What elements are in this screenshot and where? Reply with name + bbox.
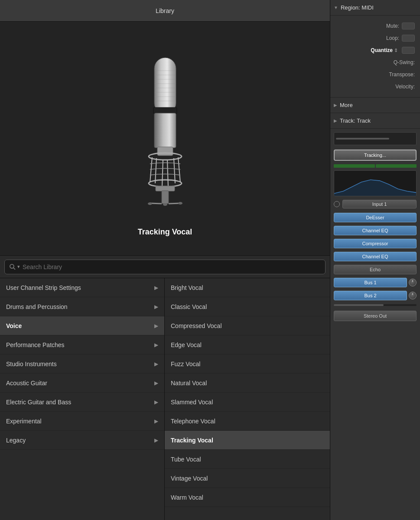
svg-point-27 — [10, 264, 14, 268]
preset-label: Vintage Vocal — [171, 475, 208, 482]
bus2-button[interactable]: Bus 2 — [334, 291, 407, 300]
left-panel: Library — [0, 0, 330, 520]
library-header: Library — [0, 0, 330, 22]
mic-image — [117, 40, 213, 222]
preset-item-edge-vocal[interactable]: Edge Vocal — [165, 335, 330, 354]
preset-item-tube-vocal[interactable]: Tube Vocal — [165, 450, 330, 469]
loop-row: Loop: — [334, 32, 417, 44]
stereo-out-button[interactable]: Stereo Out — [334, 311, 417, 321]
category-item-experimental[interactable]: Experimental▶ — [0, 412, 164, 431]
preset-label: Warm Vocal — [171, 494, 203, 501]
category-item-electric-guitar-bass[interactable]: Electric Guitar and Bass▶ — [0, 393, 164, 412]
bus2-row: Bus 2 — [334, 290, 417, 301]
svg-line-19 — [178, 157, 180, 182]
category-label: Drums and Percussion — [6, 303, 154, 310]
region-triangle-icon[interactable]: ▼ — [334, 5, 338, 10]
category-item-drums-percussion[interactable]: Drums and Percussion▶ — [0, 297, 164, 316]
input-button[interactable]: Input 1 — [342, 200, 417, 208]
category-label: Electric Guitar and Bass — [6, 399, 154, 406]
tracking-button[interactable]: Tracking... — [334, 150, 417, 161]
preset-item-vintage-vocal[interactable]: Vintage Vocal — [165, 469, 330, 488]
svg-rect-9 — [153, 107, 177, 114]
svg-line-15 — [155, 158, 156, 183]
fader-fill — [336, 138, 389, 140]
channel-eq1-button[interactable]: Channel EQ — [334, 226, 417, 235]
input-indicator[interactable] — [334, 201, 340, 207]
svg-rect-10 — [154, 113, 176, 148]
category-item-user-channel-strip[interactable]: User Channel Strip Settings▶ — [0, 278, 164, 297]
bus1-button[interactable]: Bus 1 — [334, 278, 407, 287]
quantize-control[interactable] — [402, 47, 415, 54]
chevron-right-icon: ▶ — [154, 342, 158, 348]
svg-line-17 — [167, 160, 168, 187]
transpose-row: Transpose: — [334, 68, 417, 81]
search-input-wrapper[interactable]: ▾ — [4, 260, 326, 274]
category-label: Studio Instruments — [6, 361, 154, 367]
preset-item-tracking-vocal[interactable]: Tracking Vocal — [165, 431, 330, 450]
library-title: Library — [156, 7, 174, 14]
bus1-knob[interactable] — [409, 279, 417, 286]
fader-track[interactable] — [336, 138, 412, 140]
chevron-right-icon: ▶ — [154, 285, 158, 291]
bus1-row: Bus 1 — [334, 277, 417, 288]
channel-strip-area: Tracking... Input 1 DeEsser Channel EQ C… — [330, 129, 420, 520]
svg-rect-0 — [154, 58, 176, 114]
preset-label: Tube Vocal — [171, 456, 201, 463]
inspector-section: Mute: Loop: Quantize ⇕ Q-Swing: Transpos… — [330, 16, 420, 98]
preset-item-telephone-vocal[interactable]: Telephone Vocal — [165, 412, 330, 431]
chevron-right-icon: ▶ — [154, 323, 158, 329]
search-input[interactable] — [23, 263, 321, 270]
preset-item-warm-vocal[interactable]: Warm Vocal — [165, 488, 330, 507]
category-item-voice[interactable]: Voice▶ — [0, 316, 164, 335]
velocity-label: Velocity: — [335, 84, 415, 90]
more-label: More — [340, 102, 353, 108]
transpose-label: Transpose: — [335, 72, 415, 78]
track-row[interactable]: ▶ Track: Track — [330, 113, 420, 129]
deesser-button[interactable]: DeEsser — [334, 213, 417, 222]
preset-label: Natural Vocal — [171, 380, 207, 387]
preset-label: Compressed Vocal — [171, 322, 222, 329]
svg-point-26 — [163, 203, 167, 206]
more-triangle-icon[interactable]: ▶ — [334, 103, 337, 107]
preset-item-bright-vocal[interactable]: Bright Vocal — [165, 278, 330, 297]
svg-rect-11 — [157, 147, 173, 156]
loop-label: Loop: — [335, 35, 399, 41]
chevron-right-icon: ▶ — [154, 399, 158, 405]
loop-control[interactable] — [402, 35, 415, 42]
preset-item-natural-vocal[interactable]: Natural Vocal — [165, 374, 330, 393]
category-label: Legacy — [6, 437, 154, 444]
svg-rect-21 — [162, 191, 169, 204]
search-dropdown-arrow[interactable]: ▾ — [17, 264, 20, 270]
preset-item-compressed-vocal[interactable]: Compressed Vocal — [165, 316, 330, 335]
qswing-row: Q-Swing: — [334, 56, 417, 68]
category-item-legacy[interactable]: Legacy▶ — [0, 431, 164, 450]
mute-control[interactable] — [402, 23, 415, 29]
category-label: Experimental — [6, 418, 154, 425]
eq-display[interactable] — [334, 170, 417, 196]
category-item-studio-instruments[interactable]: Studio Instruments▶ — [0, 354, 164, 374]
fader-area[interactable] — [334, 132, 417, 145]
category-item-acoustic-guitar[interactable]: Acoustic Guitar▶ — [0, 374, 164, 393]
preset-item-classic-vocal[interactable]: Classic Vocal — [165, 297, 330, 316]
more-row[interactable]: ▶ More — [330, 98, 420, 113]
category-item-performance-patches[interactable]: Performance Patches▶ — [0, 335, 164, 354]
sends-fader[interactable] — [334, 304, 417, 306]
search-icon — [9, 263, 16, 270]
track-label: Track: Track — [340, 117, 371, 124]
preset-item-fuzz-vocal[interactable]: Fuzz Vocal — [165, 354, 330, 374]
preset-label: Slammed Vocal — [171, 399, 213, 406]
preview-preset-name: Tracking Vocal — [138, 228, 192, 237]
channel-eq2-button[interactable]: Channel EQ — [334, 252, 417, 261]
preset-label: Telephone Vocal — [171, 418, 215, 425]
region-header: ▼ Region: MIDI — [330, 0, 420, 16]
preset-item-slammed-vocal[interactable]: Slammed Vocal — [165, 393, 330, 412]
mute-label: Mute: — [335, 23, 399, 29]
chevron-right-icon: ▶ — [154, 361, 158, 367]
region-header-title: Region: MIDI — [341, 4, 374, 11]
bus2-knob[interactable] — [409, 292, 417, 299]
quantize-arrows[interactable]: ⇕ — [394, 48, 398, 53]
compressor-button[interactable]: Compressor — [334, 239, 417, 248]
echo-button[interactable]: Echo — [334, 265, 417, 274]
svg-line-16 — [162, 160, 163, 187]
track-triangle-icon[interactable]: ▶ — [334, 118, 337, 123]
